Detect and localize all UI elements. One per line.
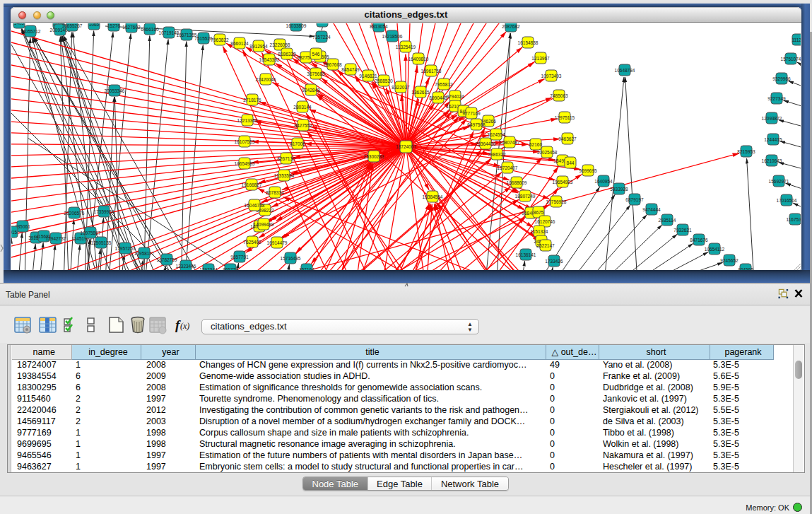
- svg-text:17359934: 17359934: [94, 209, 114, 214]
- svg-text:17957253: 17957253: [115, 246, 136, 251]
- svg-text:10648784: 10648784: [615, 68, 635, 73]
- svg-text:12975115: 12975115: [555, 115, 575, 120]
- svg-text:8471676: 8471676: [690, 238, 708, 243]
- svg-text:16154838: 16154838: [518, 40, 539, 45]
- svg-text:10654112: 10654112: [705, 247, 725, 252]
- svg-text:8454749: 8454749: [341, 67, 360, 72]
- svg-text:11353594: 11353594: [274, 173, 295, 178]
- svg-text:15716485: 15716485: [281, 256, 301, 261]
- svg-text:157164: 157164: [299, 267, 314, 271]
- svg-text:14055712: 14055712: [20, 29, 41, 34]
- svg-text:16782759: 16782759: [157, 257, 177, 262]
- svg-text:8813: 8813: [317, 23, 328, 24]
- svg-text:8912954: 8912954: [249, 44, 268, 49]
- svg-text:3675685: 3675685: [307, 71, 325, 76]
- svg-text:8813054: 8813054: [370, 24, 388, 29]
- svg-text:19166827: 19166827: [242, 182, 262, 187]
- svg-text:15720407: 15720407: [498, 165, 518, 170]
- svg-text:2803144: 2803144: [293, 105, 312, 110]
- svg-text:14099489: 14099489: [254, 222, 274, 227]
- svg-text:1213967: 1213967: [531, 56, 550, 61]
- svg-text:8660124: 8660124: [230, 41, 249, 46]
- svg-text:12505135: 12505135: [91, 240, 112, 245]
- svg-text:7357224: 7357224: [312, 35, 331, 40]
- svg-text:10655267: 10655267: [62, 23, 83, 28]
- svg-text:16107553: 16107553: [235, 139, 255, 144]
- svg-text:8322037: 8322037: [392, 85, 410, 90]
- svg-text:9227349: 9227349: [767, 96, 786, 101]
- svg-text:16543392: 16543392: [259, 57, 280, 62]
- svg-text:2718176: 2718176: [243, 98, 261, 103]
- svg-text:9699695: 9699695: [579, 168, 597, 173]
- svg-text:9242848: 9242848: [302, 88, 320, 93]
- svg-text:12213369: 12213369: [237, 118, 258, 123]
- svg-text:9657791: 9657791: [230, 255, 249, 259]
- svg-text:5933928: 5933928: [610, 187, 628, 192]
- svg-text:9329966: 9329966: [772, 76, 791, 81]
- svg-text:20364436: 20364436: [476, 141, 496, 146]
- svg-text:19384554: 19384554: [423, 194, 443, 199]
- svg-text:15276: 15276: [107, 23, 120, 28]
- svg-text:11325419: 11325419: [396, 45, 416, 49]
- svg-text:546: 546: [312, 52, 320, 57]
- svg-text:2087682: 2087682: [502, 24, 520, 29]
- svg-text:16033809: 16033809: [286, 23, 307, 28]
- svg-text:10973493: 10973493: [541, 74, 562, 78]
- svg-text:7515526: 7515526: [194, 36, 213, 41]
- svg-text:8186328: 8186328: [278, 52, 296, 57]
- svg-text:7955812: 7955812: [435, 82, 453, 87]
- svg-text:15751074: 15751074: [781, 57, 801, 62]
- svg-text:1167534: 1167534: [787, 217, 801, 222]
- svg-text:16961758: 16961758: [421, 69, 442, 74]
- svg-text:1362615: 1362615: [411, 90, 430, 95]
- svg-text:9245652: 9245652: [720, 258, 739, 263]
- svg-text:844: 844: [567, 160, 575, 165]
- svg-text:12323446: 12323446: [176, 264, 196, 269]
- svg-text:417006: 417006: [290, 141, 305, 146]
- svg-text:18724007: 18724007: [396, 144, 416, 149]
- svg-text:10025458: 10025458: [537, 150, 558, 155]
- svg-text:12093872: 12093872: [762, 116, 782, 121]
- svg-text:16409810: 16409810: [408, 57, 429, 62]
- svg-text:8215953: 8215953: [737, 149, 755, 154]
- svg-text:10756928: 10756928: [546, 199, 567, 204]
- svg-text:11120: 11120: [792, 37, 801, 42]
- svg-text:7625402: 7625402: [243, 240, 261, 245]
- svg-text:2867608: 2867608: [324, 62, 342, 67]
- svg-text:19654985: 19654985: [235, 161, 255, 166]
- svg-text:62160: 62160: [529, 142, 542, 147]
- svg-text:18807249: 18807249: [515, 194, 536, 199]
- svg-text:7932621: 7932621: [673, 228, 692, 233]
- svg-text:7485063: 7485063: [550, 93, 568, 98]
- svg-text:22420046: 22420046: [256, 77, 276, 82]
- svg-text:19218506: 19218506: [382, 34, 403, 39]
- svg-text:17016504: 17016504: [777, 198, 797, 203]
- svg-text:8990448: 8990448: [429, 95, 447, 100]
- svg-text:2588520: 2588520: [375, 78, 393, 83]
- svg-text:1151324: 1151324: [531, 229, 548, 234]
- svg-text:16136141: 16136141: [516, 252, 536, 257]
- svg-text:924565: 924565: [738, 267, 753, 271]
- svg-text:9777169: 9777169: [462, 111, 481, 116]
- svg-text:20206576: 20206576: [64, 211, 85, 216]
- svg-text:1292344: 1292344: [199, 267, 218, 271]
- svg-text:6879197: 6879197: [625, 197, 644, 202]
- svg-text:(x): (x): [180, 321, 189, 331]
- svg-text:3915: 3915: [11, 230, 18, 235]
- svg-text:1244415: 1244415: [764, 137, 782, 142]
- svg-text:23226058: 23226058: [270, 42, 290, 47]
- svg-text:1733426: 1733426: [545, 259, 563, 264]
- svg-text:9794024: 9794024: [446, 94, 464, 99]
- svg-text:19654923: 19654923: [553, 180, 573, 185]
- svg-text:6497568: 6497568: [467, 122, 486, 127]
- svg-text:9463627: 9463627: [558, 136, 577, 141]
- svg-text:12942737: 12942737: [46, 236, 66, 241]
- svg-text:6466160: 6466160: [141, 27, 159, 32]
- svg-text:15692971: 15692971: [769, 179, 789, 184]
- svg-text:8678334: 8678334: [266, 190, 284, 195]
- svg-text:965779: 965779: [223, 267, 238, 271]
- svg-text:1405: 1405: [14, 23, 25, 25]
- svg-text:8427552: 8427552: [294, 123, 312, 128]
- svg-text:16914479: 16914479: [267, 240, 288, 245]
- svg-text:16046738: 16046738: [245, 203, 265, 208]
